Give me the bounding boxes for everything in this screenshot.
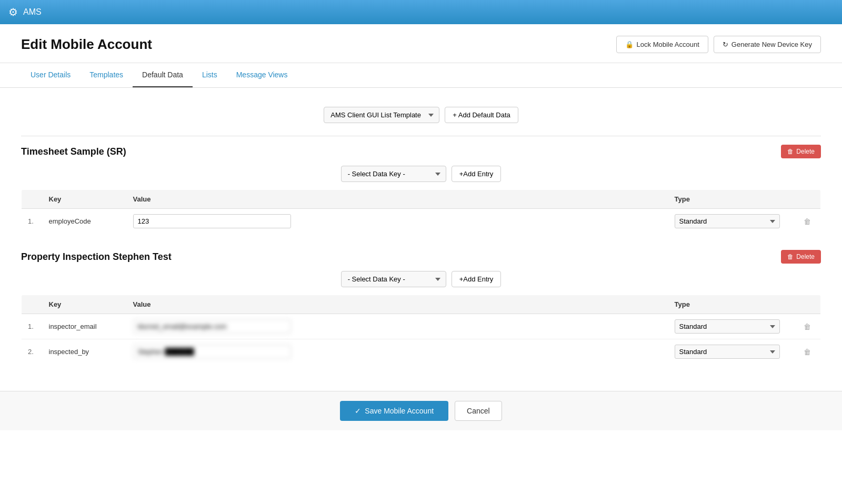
section-1-header: Timesheet Sample (SR) 🗑 Delete [21,145,821,158]
section-1-title: Timesheet Sample (SR) [21,146,126,157]
delete-icon-2: 🗑 [787,253,794,260]
row-2-1-type-select[interactable]: Standard [675,319,780,334]
page-title: Edit Mobile Account [21,36,152,53]
section-2-entry-controls: - Select Data Key - +Add Entry [21,271,821,287]
col-header-type-2: Type [668,295,795,314]
col-header-key-2: Key [43,295,127,314]
section-2-title: Property Inspection Stephen Test [21,251,172,263]
section-property: Property Inspection Stephen Test 🗑 Delet… [21,250,821,365]
col-header-key-1: Key [43,190,127,209]
section-2-data-key-dropdown[interactable]: - Select Data Key - [341,271,446,287]
footer-bar: ✓ Save Mobile Account Cancel [0,391,842,430]
row-1-num: 1. [22,209,43,234]
col-header-num-1 [22,190,43,209]
section-1-delete-button[interactable]: 🗑 Delete [781,145,821,158]
row-2-2-delete-icon[interactable]: 🗑 [804,348,811,356]
table-row: 2. inspected_by Standard 🗑 [22,339,821,365]
row-2-2-action-cell: 🗑 [795,339,821,365]
row-1-type-select[interactable]: Standard [675,214,780,228]
save-mobile-account-button[interactable]: ✓ Save Mobile Account [340,401,448,421]
tab-templates[interactable]: Templates [80,63,133,87]
page-header: Edit Mobile Account 🔒 Lock Mobile Accoun… [0,24,842,63]
row-1-type-cell: Standard [668,209,795,234]
lock-icon: 🔒 [625,41,634,48]
row-2-1-action-cell: 🗑 [795,314,821,339]
col-header-value-1: Value [127,190,668,209]
row-1-action-cell: 🗑 [795,209,821,234]
row-2-2-type-cell: Standard [668,339,795,365]
delete-icon-1: 🗑 [787,148,794,155]
navbar-icon: ⚙ [8,6,18,18]
save-icon: ✓ [355,407,361,415]
row-1-value-cell [127,209,668,234]
lock-button-label: Lock Mobile Account [637,41,699,48]
row-2-1-value-cell [127,314,668,339]
save-label: Save Mobile Account [365,407,434,415]
header-actions: 🔒 Lock Mobile Account ↻ Generate New Dev… [616,36,821,53]
col-header-action-2 [795,295,821,314]
navbar: ⚙ AMS [0,0,842,24]
row-2-2-key: inspected_by [43,339,127,365]
row-2-1-value-input[interactable] [133,319,291,334]
row-1-key: employeCode [43,209,127,234]
table-row: 1. employeCode Standard 🗑 [22,209,821,234]
row-2-2-num: 2. [22,339,43,365]
tab-default-data[interactable]: Default Data [133,63,193,87]
row-2-1-key: inspector_email [43,314,127,339]
delete-label-1: Delete [796,148,815,155]
add-default-data-button[interactable]: + Add Default Data [445,107,518,123]
delete-label-2: Delete [796,253,815,260]
section-1-data-key-dropdown[interactable]: - Select Data Key - [341,166,446,182]
tab-message-views[interactable]: Message Views [227,63,297,87]
row-2-1-delete-icon[interactable]: 🗑 [804,322,811,331]
row-2-2-value-input[interactable] [133,345,291,359]
row-2-1-type-cell: Standard [668,314,795,339]
template-dropdown[interactable]: AMS Client GUI List Template [324,107,439,123]
cancel-button[interactable]: Cancel [455,401,502,421]
row-2-2-type-select[interactable]: Standard [675,345,780,359]
row-2-1-num: 1. [22,314,43,339]
lock-mobile-account-button[interactable]: 🔒 Lock Mobile Account [616,36,708,53]
generate-button-label: Generate New Device Key [731,41,812,48]
col-header-type-1: Type [668,190,795,209]
row-1-value-input[interactable] [133,214,291,228]
table-row: 1. inspector_email Standard 🗑 [22,314,821,339]
section-2-add-entry-button[interactable]: +Add Entry [452,271,502,287]
row-1-delete-icon[interactable]: 🗑 [804,217,811,226]
tab-lists[interactable]: Lists [193,63,227,87]
section-timesheet: Timesheet Sample (SR) 🗑 Delete - Select … [21,145,821,234]
tab-user-details[interactable]: User Details [21,63,80,87]
section-2-table: Key Value Type 1. inspector_email Standa… [21,295,821,365]
row-2-2-value-cell [127,339,668,365]
section-2-header: Property Inspection Stephen Test 🗑 Delet… [21,250,821,264]
col-header-num-2 [22,295,43,314]
template-controls: AMS Client GUI List Template + Add Defau… [21,107,821,123]
col-header-value-2: Value [127,295,668,314]
generate-icon: ↻ [723,41,728,48]
main-content: AMS Client GUI List Template + Add Defau… [0,88,842,391]
section-1-entry-controls: - Select Data Key - +Add Entry [21,166,821,182]
navbar-title: AMS [23,7,42,17]
section-1-table: Key Value Type 1. employeCode Standard [21,189,821,234]
section-2-delete-button[interactable]: 🗑 Delete [781,250,821,264]
tabs-container: User Details Templates Default Data List… [0,63,842,88]
col-header-action-1 [795,190,821,209]
section-1-add-entry-button[interactable]: +Add Entry [452,166,502,182]
divider-top [21,136,821,136]
generate-device-key-button[interactable]: ↻ Generate New Device Key [714,36,821,53]
